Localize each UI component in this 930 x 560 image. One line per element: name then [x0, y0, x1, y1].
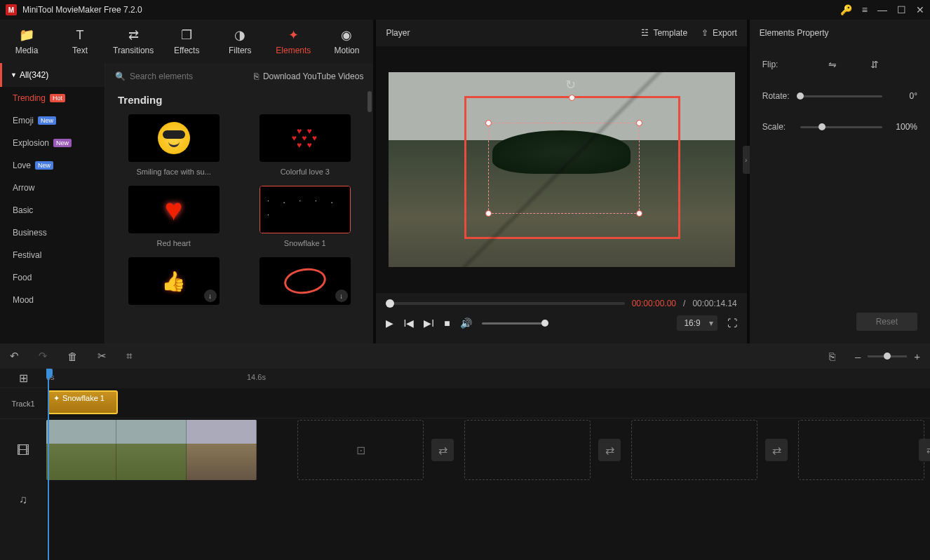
export-icon: ⇪	[701, 28, 708, 38]
template-icon: ☳	[641, 28, 649, 38]
player-panel: Player ☳Template ⇪Export ↻	[376, 20, 746, 343]
sidebar-item-business[interactable]: Business	[0, 221, 105, 244]
time-current: 00:00:00.00	[632, 299, 676, 308]
expand-panel-button[interactable]: ›	[743, 146, 750, 174]
sidebar-item-trending[interactable]: TrendingHot	[0, 87, 105, 109]
scale-label: Scale:	[762, 122, 800, 132]
menu-icon[interactable]: ≡	[862, 4, 868, 15]
video-clip[interactable]: ⇄	[46, 420, 257, 480]
transition-icon[interactable]: ⇄	[765, 439, 788, 461]
sidebar-item-festival[interactable]: Festival	[0, 244, 105, 266]
close-icon[interactable]: ✕	[916, 4, 924, 15]
license-key-icon[interactable]: 🔑	[840, 4, 852, 15]
export-button[interactable]: ⇪Export	[701, 28, 737, 38]
selection-inner[interactable]	[488, 123, 640, 214]
next-frame-button[interactable]: ▶I	[424, 317, 434, 329]
aspect-select[interactable]: 16:9	[677, 315, 717, 331]
add-track-icon[interactable]: ⊞	[19, 371, 28, 385]
drop-slot-1[interactable]: ⊡⇄	[297, 420, 424, 480]
scrollbar[interactable]	[368, 91, 372, 112]
element-thumb[interactable]	[260, 186, 351, 233]
volume-icon[interactable]: 🔊	[460, 317, 472, 329]
scale-slider[interactable]	[800, 126, 882, 128]
handle-br[interactable]	[636, 210, 642, 217]
volume-slider[interactable]	[482, 322, 545, 325]
zoom-out-button[interactable]: –	[855, 350, 861, 362]
undo-button[interactable]: ↶	[10, 350, 19, 362]
timeline-ruler[interactable]: 0s 14.6s	[46, 369, 930, 388]
prev-frame-button[interactable]: I◀	[403, 317, 414, 329]
video-track-icon[interactable]: 🎞	[0, 419, 46, 482]
tab-effects[interactable]: ❐Effects	[160, 20, 213, 63]
template-button[interactable]: ☳Template	[641, 28, 687, 38]
fullscreen-button[interactable]: ⛶	[727, 317, 737, 329]
download-icon[interactable]: ↓	[335, 289, 348, 302]
download-youtube-link[interactable]: ⎘ Download YouTube Videos	[254, 71, 363, 81]
elements-content: 🔍 ⎘ Download YouTube Videos Trending Smi…	[105, 63, 373, 343]
audio-track-icon[interactable]: ♫	[0, 482, 46, 517]
transition-icon[interactable]: ⇄	[431, 439, 454, 461]
tab-filters[interactable]: ◑Filters	[213, 20, 267, 63]
element-label: Colorful love 3	[281, 168, 330, 176]
audio-track-row[interactable]	[46, 482, 930, 517]
handle-bl[interactable]	[485, 210, 492, 217]
drop-slot-3[interactable]: ⇄	[631, 420, 757, 480]
folder-icon: 📁	[19, 27, 34, 43]
play-button[interactable]: ▶	[386, 317, 393, 329]
rotate-slider[interactable]	[800, 95, 882, 97]
zoom-slider[interactable]	[868, 355, 907, 357]
sidebar-item-mood[interactable]: Mood	[0, 289, 105, 311]
text-icon: T	[76, 28, 84, 43]
element-thumb[interactable]: ♥	[128, 186, 220, 233]
stop-button[interactable]: ■	[444, 317, 450, 329]
sidebar-item-food[interactable]: Food	[0, 266, 105, 289]
element-clip[interactable]: ✦Snowflake 1	[48, 390, 118, 414]
playhead[interactable]	[48, 369, 49, 560]
drop-slot-2[interactable]: ⇄	[464, 420, 591, 480]
tab-transitions[interactable]: ⇄Transitions	[107, 20, 160, 63]
element-thumb[interactable]: 👍↓	[128, 257, 220, 305]
video-preview[interactable]: ↻	[389, 72, 735, 267]
minimize-icon[interactable]: ―	[877, 4, 887, 15]
tab-media[interactable]: 📁Media	[0, 20, 53, 63]
flip-vertical-button[interactable]: ⇵	[870, 59, 879, 70]
sidebar-item-love[interactable]: LoveNew	[0, 154, 105, 177]
sidebar-all[interactable]: ▼All(342)	[0, 63, 105, 87]
sidebar-item-explosion[interactable]: ExplosionNew	[0, 132, 105, 154]
maximize-icon[interactable]: ☐	[897, 4, 906, 15]
video-track-row[interactable]: ⇄ ⊡⇄ ⇄ ⇄	[46, 418, 930, 482]
selection-outer[interactable]: ↻	[464, 96, 680, 239]
scrub-track[interactable]	[386, 302, 624, 305]
element-thumb[interactable]: ♥ ♥♥ ♥ ♥♥ ♥	[260, 114, 351, 162]
handle-top[interactable]	[569, 95, 575, 101]
zoom-in-button[interactable]: +	[914, 350, 920, 362]
tab-motion[interactable]: ◉Motion	[320, 20, 373, 63]
split-button[interactable]: ✂	[97, 350, 107, 362]
crop-button[interactable]: ⌗	[126, 350, 132, 362]
sidebar-item-emoji[interactable]: EmojiNew	[0, 109, 105, 132]
drop-slot-4[interactable]	[798, 420, 924, 480]
search-box[interactable]: 🔍	[115, 71, 228, 81]
element-thumb[interactable]	[128, 114, 220, 162]
tab-elements[interactable]: ✦Elements	[267, 20, 320, 63]
element-clip-icon: ✦	[53, 394, 60, 403]
search-input[interactable]	[130, 71, 228, 81]
handle-tl[interactable]	[485, 120, 492, 126]
element-thumb[interactable]: ↓	[260, 257, 351, 305]
reset-button[interactable]: Reset	[856, 313, 917, 331]
download-icon[interactable]: ↓	[204, 289, 217, 302]
rotate-handle-icon[interactable]: ↻	[565, 77, 576, 93]
handle-tr[interactable]	[636, 120, 642, 126]
tab-text[interactable]: TText	[53, 20, 107, 63]
sidebar-item-basic[interactable]: Basic	[0, 199, 105, 221]
redo-button[interactable]: ↷	[39, 350, 48, 362]
delete-button[interactable]: 🗑	[67, 350, 78, 362]
track1-label[interactable]: Track1	[0, 388, 46, 419]
fit-button[interactable]: ⎘	[829, 350, 835, 362]
transition-icon[interactable]: ⇄	[598, 439, 621, 461]
track1-row[interactable]: ✦Snowflake 1	[46, 388, 930, 418]
sidebar-item-arrow[interactable]: Arrow	[0, 177, 105, 199]
flip-horizontal-button[interactable]: ⇋	[828, 59, 837, 70]
scrub-thumb[interactable]	[386, 299, 394, 308]
flip-label: Flip:	[762, 60, 800, 69]
